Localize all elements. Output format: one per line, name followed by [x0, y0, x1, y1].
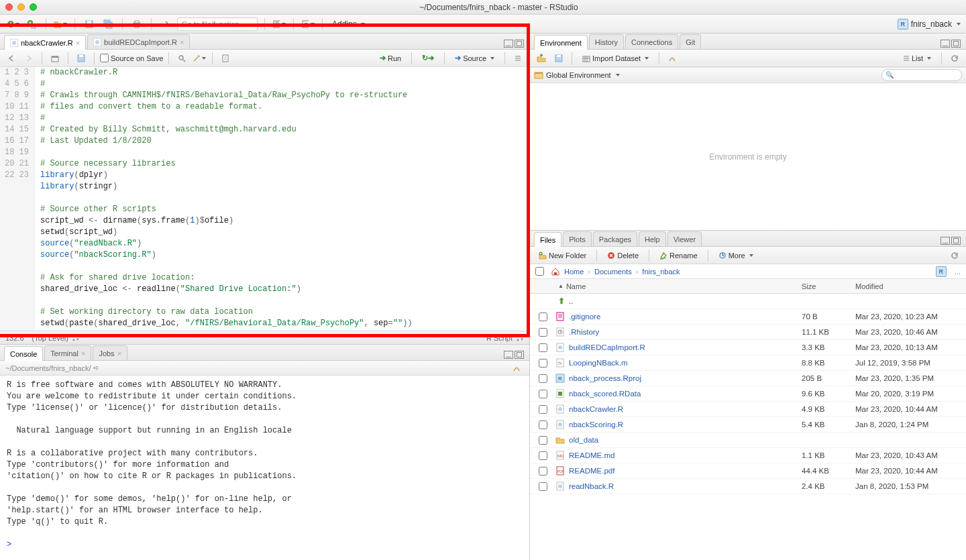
save-all-button[interactable] [101, 17, 115, 31]
tab-history[interactable]: History [589, 34, 624, 49]
tab-help[interactable]: Help [639, 231, 666, 246]
file-checkbox[interactable] [539, 313, 547, 321]
maximize-pane-icon[interactable] [515, 40, 524, 48]
save-button[interactable] [82, 17, 97, 31]
file-name[interactable]: buildREDCapImport.R [568, 343, 802, 351]
minimize-pane-icon[interactable] [504, 351, 513, 359]
import-dataset-button[interactable]: Import Dataset [578, 53, 653, 64]
tab-plots[interactable]: Plots [563, 231, 591, 246]
file-row[interactable]: R nback_process.Rproj 205 B Mar 23, 2020… [530, 371, 966, 386]
select-all-checkbox[interactable] [535, 267, 544, 276]
file-row[interactable]: nbackCrawler.R 4.9 KB Mar 23, 2020, 10:4… [530, 402, 966, 417]
up-directory[interactable]: ⬆ .. [530, 294, 966, 309]
rproject-icon[interactable]: R [936, 266, 947, 277]
show-in-new-window-button[interactable] [48, 52, 62, 65]
source-button[interactable]: ➔Source [450, 52, 499, 64]
minimize-pane-icon[interactable] [941, 40, 950, 48]
file-name[interactable]: nbackCrawler.R [568, 405, 802, 413]
close-tab-icon[interactable]: × [180, 38, 184, 46]
rerun-button[interactable]: ↻➔ [417, 52, 439, 64]
file-row[interactable]: .Rhistory 11.1 KB Mar 23, 2020, 10:46 AM [530, 325, 966, 340]
minimize-pane-icon[interactable] [941, 237, 950, 245]
clear-env-button[interactable] [665, 52, 680, 65]
go-to-button[interactable] [158, 17, 173, 31]
home-icon[interactable] [551, 267, 560, 276]
file-row[interactable]: MD README.md 1.1 KB Mar 23, 2020, 10:43 … [530, 448, 966, 463]
tab-console[interactable]: Console [4, 346, 43, 361]
close-window[interactable] [5, 3, 13, 11]
load-workspace-button[interactable] [534, 52, 549, 65]
tab-terminal[interactable]: Terminal × [44, 345, 91, 360]
file-row[interactable]: readNback.R 2.4 KB Jan 8, 2020, 1:53 PM [530, 479, 966, 494]
more-button[interactable]: More [714, 250, 758, 261]
file-name[interactable]: README.pdf [568, 467, 802, 475]
file-row[interactable]: old_data [530, 433, 966, 448]
minimize-window[interactable] [17, 3, 25, 11]
close-tab-icon[interactable]: × [76, 39, 80, 47]
file-checkbox[interactable] [539, 451, 547, 460]
env-scope-selector[interactable]: Global Environment [534, 70, 620, 80]
tab-connections[interactable]: Connections [625, 34, 678, 49]
file-name[interactable]: nback_process.Rproj [568, 374, 802, 382]
file-name[interactable]: readNback.R [568, 482, 802, 490]
maximize-window[interactable] [30, 3, 37, 11]
file-name[interactable]: nbackScoring.R [568, 421, 802, 429]
sort-by-modified[interactable]: Modified [855, 282, 966, 290]
tab-files[interactable]: Files [534, 232, 561, 247]
file-row[interactable]: PDF README.pdf 44.4 KB Mar 23, 2020, 10:… [530, 463, 966, 479]
refresh-button[interactable] [947, 52, 962, 65]
goto-file-input[interactable]: Go to file/function [177, 17, 258, 31]
breadcrumb-home[interactable]: Home [564, 268, 584, 276]
refresh-files-button[interactable] [947, 249, 962, 262]
console-output[interactable]: R is free software and comes with ABSOLU… [0, 376, 529, 560]
addins-menu[interactable]: Addins [329, 19, 368, 29]
tab-jobs[interactable]: Jobs × [93, 345, 127, 360]
outline-button[interactable] [511, 52, 525, 65]
path-chevron-icon[interactable]: ➪ [93, 363, 99, 372]
file-row[interactable]: .gitignore 70 B Mar 23, 2020, 10:23 AM [530, 309, 966, 325]
run-button[interactable]: ➔Run [375, 52, 406, 64]
file-checkbox[interactable] [539, 467, 547, 475]
file-checkbox[interactable] [539, 421, 547, 429]
code-area[interactable]: # nbackCrawler.R # # Crawls through CAMN… [35, 67, 529, 331]
new-folder-button[interactable]: New Folder [534, 250, 591, 261]
file-name[interactable]: LoopingNBack.m [568, 359, 802, 367]
grid-button[interactable] [272, 17, 286, 31]
file-checkbox[interactable] [539, 390, 547, 398]
close-tab-icon[interactable]: × [117, 349, 121, 357]
save-file-button[interactable] [74, 52, 89, 65]
forward-button[interactable] [21, 52, 36, 65]
delete-button[interactable]: Delete [602, 250, 643, 261]
clear-console-button[interactable] [509, 361, 524, 375]
view-mode-button[interactable]: List [898, 53, 936, 64]
sort-by-name[interactable]: ▲ Name [555, 282, 802, 290]
minimize-pane-icon[interactable] [504, 40, 513, 48]
file-name[interactable]: .gitignore [568, 313, 802, 321]
file-row[interactable]: fx LoopingNBack.m 8.8 KB Jul 12, 2019, 3… [530, 355, 966, 371]
env-search-input[interactable]: 🔍 [881, 69, 962, 81]
open-file-button[interactable] [53, 17, 68, 31]
tab-packages[interactable]: Packages [593, 231, 637, 246]
more-path-button[interactable]: ... [955, 268, 961, 276]
file-name[interactable]: old_data [568, 436, 802, 444]
sort-by-size[interactable]: Size [802, 282, 855, 290]
maximize-pane-icon[interactable] [515, 351, 524, 359]
new-project-button[interactable] [24, 17, 39, 31]
source-on-save-checkbox[interactable]: Source on Save [100, 54, 163, 62]
tools-button[interactable] [301, 17, 315, 31]
file-row[interactable]: nbackScoring.R 5.4 KB Jan 8, 2020, 1:24 … [530, 417, 966, 433]
breadcrumb-documents[interactable]: Documents [594, 268, 632, 276]
code-editor[interactable]: 1 2 3 4 5 6 7 8 9 10 11 12 13 14 15 16 1… [0, 67, 529, 331]
save-workspace-button[interactable] [551, 52, 566, 65]
file-checkbox[interactable] [539, 343, 547, 352]
filetype-selector[interactable]: R Script ▲▼ [486, 334, 524, 342]
project-selector[interactable]: R fnirs_nback [898, 19, 961, 30]
file-row[interactable]: nback_scored.RData 9.6 KB Mar 20, 2020, … [530, 386, 966, 402]
maximize-pane-icon[interactable] [951, 40, 961, 48]
wand-button[interactable] [192, 52, 207, 65]
source-tab-nbackcrawler[interactable]: nbackCrawler.R × [4, 35, 86, 50]
file-name[interactable]: README.md [568, 451, 802, 459]
file-checkbox[interactable] [539, 482, 547, 491]
report-button[interactable] [218, 52, 233, 65]
tab-environment[interactable]: Environment [534, 35, 588, 50]
